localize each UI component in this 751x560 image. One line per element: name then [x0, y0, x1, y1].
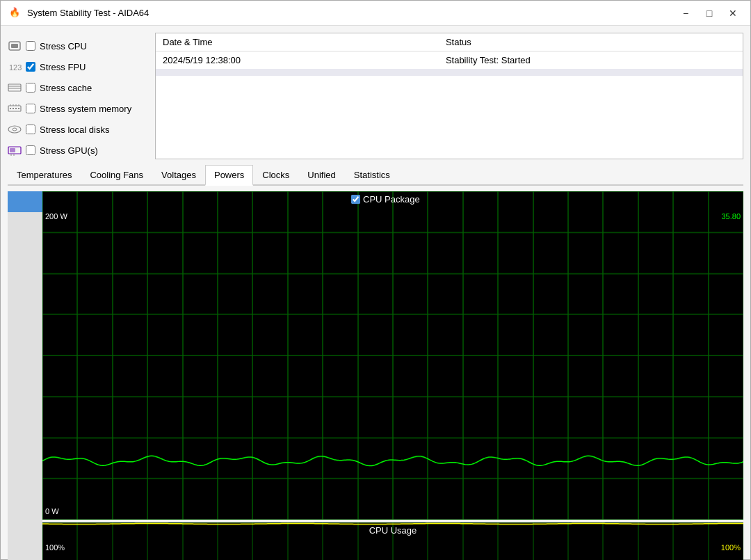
svg-rect-8	[13, 108, 14, 109]
svg-rect-7	[10, 108, 11, 109]
close-button[interactable]: ✕	[724, 4, 742, 22]
disk-icon	[8, 124, 22, 135]
minimize-button[interactable]: −	[677, 4, 695, 22]
col-status: Status	[439, 33, 743, 51]
stress-cpu-label: Stress CPU	[40, 41, 87, 51]
tabs-bar: Temperatures Cooling Fans Voltages Power…	[8, 165, 743, 186]
stress-gpu-item: Stress GPU(s)	[8, 141, 147, 159]
col-datetime: Date & Time	[156, 33, 439, 51]
sidebar-scroll	[8, 191, 42, 560]
tab-temperatures[interactable]: Temperatures	[8, 165, 81, 184]
restore-button[interactable]: □	[700, 4, 718, 22]
svg-rect-1	[11, 44, 18, 48]
svg-point-16	[13, 128, 17, 131]
stress-gpu-label: Stress GPU(s)	[40, 145, 98, 156]
chart-cpu-package: CPU Package 200 W 0 W 35.80	[42, 191, 743, 520]
status-row-2	[156, 69, 743, 76]
stress-cpu-checkbox[interactable]	[26, 41, 35, 51]
chart1-current: 35.80	[721, 212, 741, 221]
status-value: Stability Test: Started	[439, 51, 743, 70]
sidebar-gray	[8, 212, 42, 560]
main-window: 🔥 System Stability Test - AIDA64 − □ ✕ S…	[0, 0, 751, 560]
title-bar: 🔥 System Stability Test - AIDA64 − □ ✕	[1, 1, 750, 26]
tab-unified[interactable]: Unified	[298, 165, 344, 184]
svg-point-15	[8, 126, 21, 133]
status-row-3	[156, 76, 743, 83]
tab-clocks[interactable]: Clocks	[253, 165, 298, 184]
stress-gpu-checkbox[interactable]	[26, 145, 35, 155]
sidebar-blue-indicator	[8, 191, 42, 212]
stress-memory-checkbox[interactable]	[26, 104, 35, 113]
tab-cooling-fans[interactable]: Cooling Fans	[81, 165, 152, 184]
status-table: Date & Time Status 2024/5/19 12:38:00 St…	[156, 33, 743, 83]
stress-fpu-label: Stress FPU	[40, 62, 86, 72]
stress-fpu-item: 123 Stress FPU	[8, 58, 147, 76]
chart1-ymax: 200 W	[45, 212, 67, 221]
svg-rect-3	[8, 84, 21, 91]
chart1-canvas	[42, 191, 743, 520]
chart-cpu-usage: CPU Usage 100% 0% 100%	[42, 522, 743, 561]
chart1-ymin: 0 W	[45, 507, 59, 515]
chart2-current: 100%	[721, 543, 741, 552]
charts-container: CPU Package 200 W 0 W 35.80 CPU Usage 10…	[42, 191, 743, 560]
main-content: Stress CPU 123 Stress FPU Stress ca	[1, 26, 750, 560]
stress-cache-item: Stress cache	[8, 79, 147, 97]
status-row-1: 2024/5/19 12:38:00 Stability Test: Start…	[156, 51, 743, 70]
stress-disks-label: Stress local disks	[40, 125, 109, 135]
charts-area: CPU Package 200 W 0 W 35.80 CPU Usage 10…	[8, 191, 743, 560]
status-date: 2024/5/19 12:38:00	[156, 51, 439, 70]
window-controls: − □ ✕	[677, 4, 742, 22]
fpu-icon: 123	[8, 61, 22, 72]
stress-memory-item: Stress system memory	[8, 99, 147, 118]
gpu-icon	[8, 145, 22, 156]
cpu-package-checkbox[interactable]	[351, 195, 360, 204]
cpu-icon	[8, 40, 22, 51]
top-section: Stress CPU 123 Stress FPU Stress ca	[8, 33, 743, 159]
cache-icon	[8, 82, 22, 93]
chart2-ymax: 100%	[45, 543, 65, 552]
stress-disks-checkbox[interactable]	[26, 125, 35, 134]
chart2-title: CPU Usage	[42, 522, 743, 538]
stress-cache-checkbox[interactable]	[26, 83, 35, 93]
window-title: System Stability Test - AIDA64	[27, 8, 677, 18]
svg-rect-18	[10, 148, 15, 152]
stress-cpu-item: Stress CPU	[8, 37, 147, 55]
stress-disks-item: Stress local disks	[8, 120, 147, 138]
svg-rect-9	[15, 108, 17, 109]
cpu-package-label: CPU Package	[363, 194, 420, 205]
memory-icon	[8, 103, 22, 114]
stress-fpu-checkbox[interactable]	[26, 62, 35, 72]
svg-rect-10	[18, 108, 19, 109]
status-table-wrapper: Date & Time Status 2024/5/19 12:38:00 St…	[155, 33, 743, 159]
tab-voltages[interactable]: Voltages	[152, 165, 205, 184]
stress-panel: Stress CPU 123 Stress FPU Stress ca	[8, 33, 147, 159]
svg-text:123: 123	[9, 63, 22, 72]
stress-memory-label: Stress system memory	[40, 104, 131, 114]
tab-powers[interactable]: Powers	[205, 165, 253, 186]
tab-statistics[interactable]: Statistics	[345, 165, 399, 184]
stress-cache-label: Stress cache	[40, 83, 92, 93]
cpu-package-checkbox-group: CPU Package	[351, 194, 420, 205]
app-icon: 🔥	[9, 7, 22, 19]
